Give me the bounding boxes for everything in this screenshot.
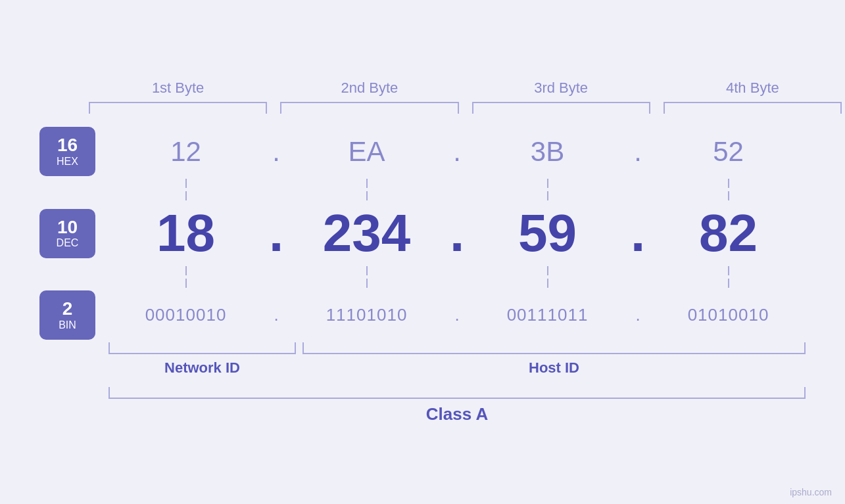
hex-byte4: 52	[651, 136, 806, 168]
bin-badge-label: BIN	[59, 319, 76, 331]
top-bracket-2	[280, 102, 458, 114]
class-row: Class A	[109, 387, 806, 424]
class-bracket	[109, 387, 806, 399]
bin-byte2: 11101010	[289, 305, 444, 325]
bin-sep2: .	[444, 305, 470, 325]
dec-byte1: 18	[109, 203, 263, 263]
bin-sep1: .	[263, 305, 289, 325]
hex-byte1: 12	[109, 136, 263, 168]
byte-headers: 1st Byte 2nd Byte 3rd Byte 4th Byte	[82, 80, 845, 102]
class-label: Class A	[109, 404, 806, 424]
dec-badge: 10 DEC	[39, 209, 95, 258]
bin-badge: 2 BIN	[39, 290, 95, 340]
top-bracket-1	[89, 102, 267, 114]
bin-badge-number: 2	[62, 299, 73, 319]
byte3-header: 3rd Byte	[466, 80, 657, 102]
dec-byte3: 59	[470, 203, 625, 263]
main-container: 1st Byte 2nd Byte 3rd Byte 4th Byte 16 H…	[0, 0, 845, 504]
dec-byte2: 234	[289, 203, 444, 263]
hex-badge-number: 16	[57, 135, 78, 156]
hex-sep3: .	[625, 136, 651, 168]
dec-values: 18 . 234 . 59 . 82	[109, 203, 806, 263]
byte4-header: 4th Byte	[657, 80, 845, 102]
dec-row: 10 DEC 18 . 234 . 59 . 82	[39, 203, 806, 263]
dec-sep1: .	[263, 203, 289, 263]
host-id-label: Host ID	[302, 359, 806, 377]
network-bracket	[109, 342, 296, 354]
dbar-hex-dec	[109, 176, 806, 203]
hex-sep2: .	[444, 136, 470, 168]
bottom-brackets	[109, 342, 806, 354]
dec-badge-number: 10	[57, 218, 78, 238]
bin-byte3: 00111011	[470, 305, 625, 325]
watermark: ipshu.com	[790, 487, 832, 497]
hex-values: 12 . EA . 3B . 52	[109, 136, 806, 168]
bin-byte1: 00010010	[109, 305, 263, 325]
bottom-labels: Network ID Host ID	[109, 359, 806, 377]
dec-sep2: .	[444, 203, 470, 263]
bin-sep3: .	[625, 305, 651, 325]
top-bracket-3	[472, 102, 650, 114]
hex-badge: 16 HEX	[39, 127, 95, 176]
bottom-section: Network ID Host ID	[109, 342, 806, 384]
hex-byte3: 3B	[470, 136, 625, 168]
dbar-dec-bin	[109, 263, 806, 290]
hex-row: 16 HEX 12 . EA . 3B . 52	[39, 127, 806, 176]
dec-sep3: .	[625, 203, 651, 263]
network-id-label: Network ID	[109, 359, 296, 377]
top-brackets	[82, 102, 845, 114]
bin-byte4: 01010010	[651, 305, 806, 325]
byte2-header: 2nd Byte	[274, 80, 465, 102]
dec-byte4: 82	[651, 203, 806, 263]
bin-row: 2 BIN 00010010 . 11101010 . 00111011 .	[39, 290, 806, 340]
hex-byte2: EA	[289, 136, 444, 168]
hex-sep1: .	[263, 136, 289, 168]
hex-badge-label: HEX	[57, 156, 78, 168]
top-bracket-4	[664, 102, 842, 114]
host-bracket	[302, 342, 806, 354]
byte1-header: 1st Byte	[82, 80, 274, 102]
dec-badge-label: DEC	[57, 237, 79, 249]
bin-values: 00010010 . 11101010 . 00111011 . 0101001…	[109, 305, 806, 325]
